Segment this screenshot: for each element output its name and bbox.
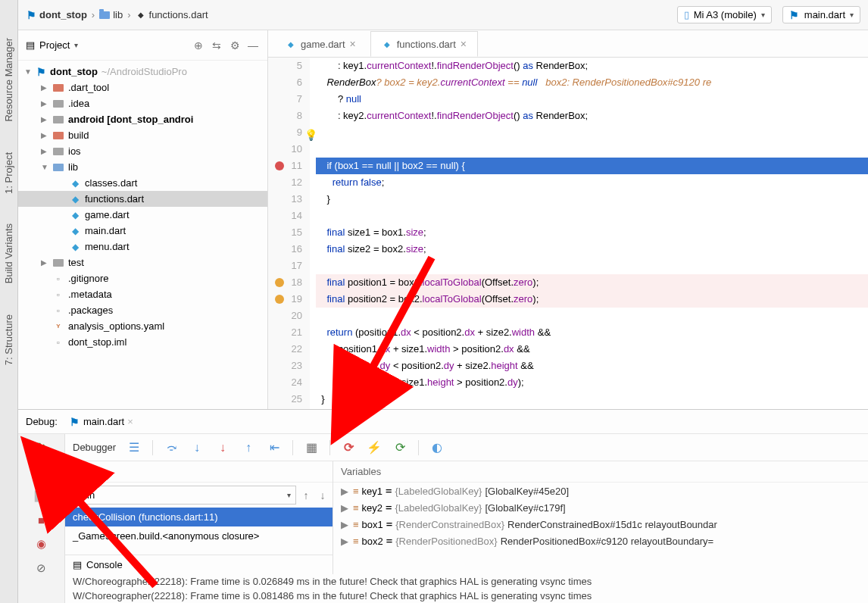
annotation-arrows — [0, 0, 868, 603]
svg-line-0 — [352, 258, 432, 405]
svg-line-1 — [51, 470, 155, 586]
